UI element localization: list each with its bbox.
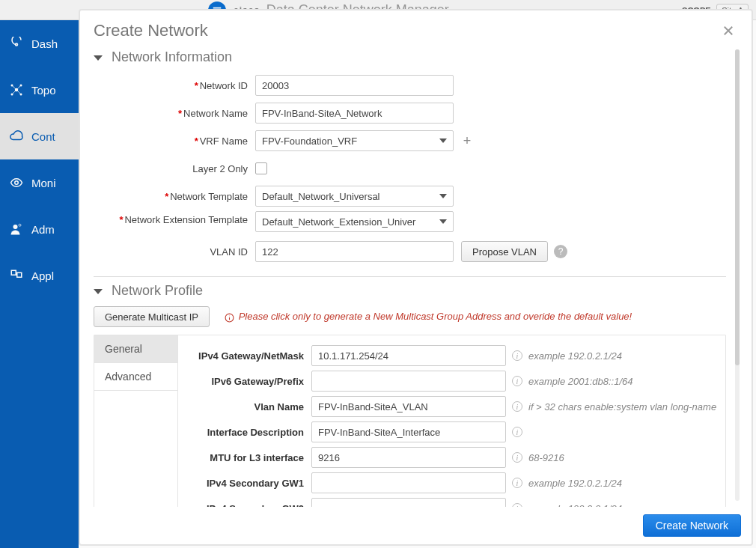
ipv4-secondary-gw1-input[interactable]	[311, 472, 506, 493]
field-label: Vlan Name	[183, 401, 311, 412]
info-icon[interactable]: i	[512, 350, 522, 361]
ipv6-gateway-input[interactable]	[311, 371, 506, 392]
info-icon[interactable]: i	[512, 503, 522, 507]
section-title: Network Profile	[112, 283, 203, 299]
field-hint: example 192.0.2.1/24	[528, 350, 622, 362]
field-label: Layer 2 Only	[98, 163, 255, 174]
divider	[94, 276, 726, 277]
section-network-information[interactable]: Network Information	[94, 49, 726, 65]
field-label: MTU for L3 interface	[183, 452, 311, 463]
info-icon[interactable]: i	[512, 376, 522, 386]
profile-panel-general: IPv4 Gateway/NetMask i example 192.0.2.1…	[178, 335, 725, 507]
profile-tabs: General Advanced	[94, 335, 178, 507]
modal-title: Create Network	[94, 21, 208, 40]
info-icon[interactable]: i	[512, 478, 522, 488]
field-label: IPv4 Gateway/NetMask	[183, 350, 311, 362]
network-id-input[interactable]	[255, 75, 454, 96]
field-hint: example 192.0.2.1/24	[528, 503, 622, 508]
create-network-modal: Create Network Network Information *Netw…	[79, 9, 753, 546]
add-vrf-button[interactable]: +	[460, 133, 475, 148]
field-label: *VRF Name	[98, 136, 255, 147]
field-label: IPv4 Secondary GW2	[183, 503, 311, 508]
modal-footer: Create Network	[80, 507, 752, 544]
help-icon[interactable]: ?	[554, 245, 567, 258]
chevron-down-icon	[439, 194, 447, 198]
mtu-input[interactable]	[311, 447, 506, 468]
field-label: VLAN ID	[98, 246, 255, 258]
field-label: *Network Template	[98, 191, 255, 202]
layer2-only-checkbox[interactable]	[255, 162, 267, 174]
field-label: IPv4 Secondary GW1	[183, 478, 311, 489]
multicast-warning-text: Please click only to generate a New Mult…	[225, 311, 632, 322]
scrollbar[interactable]	[735, 49, 740, 501]
field-label: IPv6 Gateway/Prefix	[183, 376, 311, 387]
field-hint: if > 32 chars enable:system vlan long-na…	[528, 401, 716, 412]
propose-vlan-button[interactable]: Propose VLAN	[461, 241, 548, 262]
network-ext-template-select[interactable]: Default_Network_Extension_Univer	[255, 211, 454, 232]
close-icon	[722, 24, 735, 37]
info-icon	[225, 313, 234, 323]
chevron-down-icon	[439, 138, 447, 143]
generate-multicast-ip-button[interactable]: Generate Multicast IP	[94, 306, 210, 327]
field-hint: 68-9216	[528, 452, 564, 463]
caret-down-icon	[94, 289, 103, 294]
interface-description-input[interactable]	[311, 421, 506, 442]
field-label: Interface Description	[183, 427, 311, 438]
caret-down-icon	[94, 55, 103, 61]
section-title: Network Information	[112, 49, 232, 65]
ipv4-secondary-gw2-input[interactable]	[311, 498, 506, 507]
modal-header: Create Network	[80, 10, 752, 43]
network-name-input[interactable]	[255, 103, 454, 124]
plus-icon: +	[463, 133, 472, 149]
create-network-button[interactable]: Create Network	[643, 514, 741, 537]
network-profile-container: General Advanced IPv4 Gateway/NetMask i …	[94, 335, 726, 507]
network-info-form: *Network ID *Network Name *VRF Name FPV-…	[94, 73, 726, 264]
field-hint: example 2001:db8::1/64	[528, 376, 633, 387]
vrf-name-select[interactable]: FPV-Foundation_VRF	[255, 130, 454, 151]
close-button[interactable]	[719, 21, 738, 40]
vlan-id-input[interactable]	[255, 241, 454, 262]
ipv4-gateway-input[interactable]	[311, 345, 506, 366]
section-network-profile[interactable]: Network Profile	[94, 283, 726, 299]
info-icon[interactable]: i	[512, 452, 522, 463]
modal-scroll-area[interactable]: Network Information *Network ID *Network…	[94, 43, 726, 507]
network-template-select[interactable]: Default_Network_Universal	[255, 186, 454, 207]
vlan-name-input[interactable]	[311, 396, 506, 417]
chevron-down-icon	[439, 219, 447, 224]
info-icon[interactable]: i	[512, 427, 522, 437]
field-label: *Network Name	[98, 108, 255, 119]
info-icon[interactable]: i	[512, 401, 522, 412]
modal-body: Network Information *Network ID *Network…	[80, 43, 752, 507]
tab-advanced[interactable]: Advanced	[94, 363, 177, 391]
field-hint: example 192.0.2.1/24	[528, 478, 622, 489]
field-label: *Network ID	[98, 80, 255, 91]
field-label: *Network Extension Template	[98, 211, 255, 226]
tab-general[interactable]: General	[94, 335, 177, 363]
scrollbar-thumb[interactable]	[735, 49, 740, 365]
